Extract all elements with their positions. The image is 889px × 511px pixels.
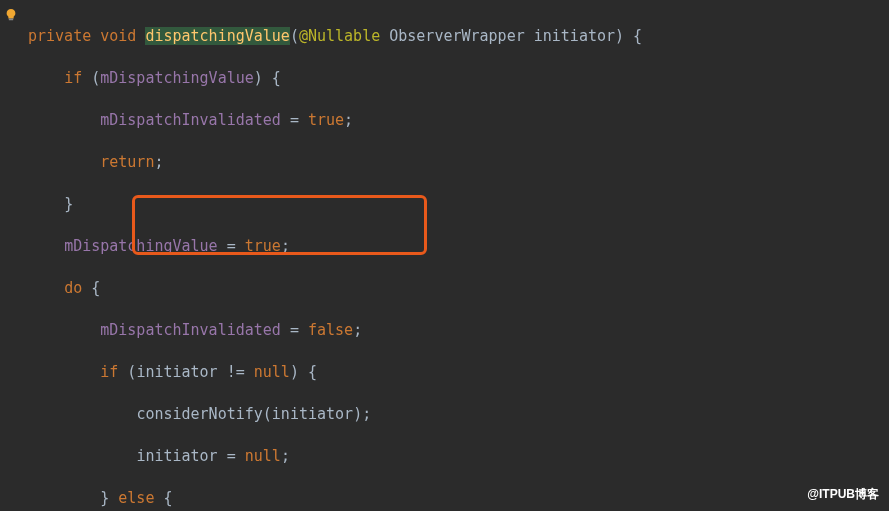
code-line: if (mDispatchingValue) { <box>28 68 889 89</box>
code-line: private void dispatchingValue(@Nullable … <box>28 26 889 47</box>
svg-rect-0 <box>9 19 13 21</box>
code-line: } else { <box>28 488 889 509</box>
code-line: } <box>28 194 889 215</box>
code-line: considerNotify(initiator); <box>28 404 889 425</box>
code-editor[interactable]: private void dispatchingValue(@Nullable … <box>0 5 889 511</box>
code-line: mDispatchInvalidated = false; <box>28 320 889 341</box>
code-line: if (initiator != null) { <box>28 362 889 383</box>
code-line: initiator = null; <box>28 446 889 467</box>
code-line: do { <box>28 278 889 299</box>
watermark-label: @ITPUB博客 <box>807 486 879 503</box>
code-line: mDispatchingValue = true; <box>28 236 889 257</box>
code-line: mDispatchInvalidated = true; <box>28 110 889 131</box>
code-line: return; <box>28 152 889 173</box>
intention-bulb-icon[interactable] <box>4 8 18 22</box>
